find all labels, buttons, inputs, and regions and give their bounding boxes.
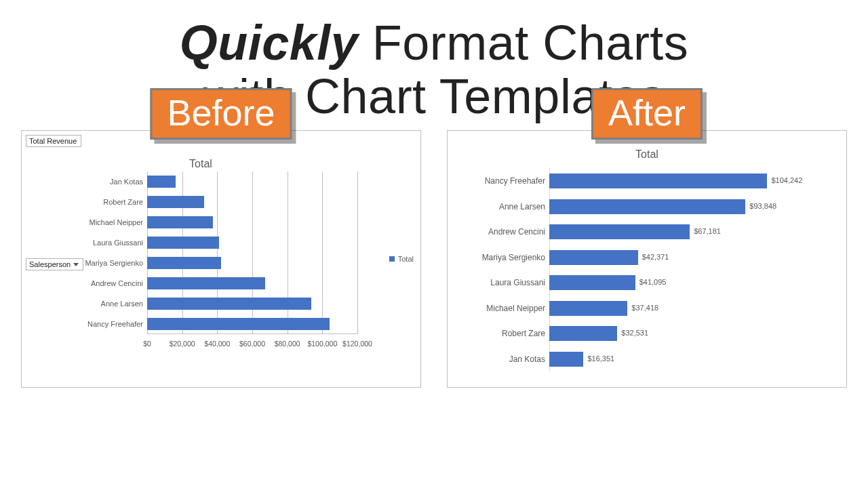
after-category-label: Robert Zare — [450, 329, 545, 338]
before-gridline — [217, 171, 218, 334]
before-panel: Before Total Revenue Salesperson Total T… — [21, 130, 421, 388]
page-title: Quickly Format Charts with Chart Templat… — [0, 16, 868, 123]
before-badge: Before — [150, 88, 292, 140]
after-plot-area: Nancy Freehafer$104,242Anne Larsen$93,84… — [549, 168, 800, 371]
after-bar — [549, 250, 638, 265]
before-bar — [147, 196, 204, 208]
before-category-label: Nancy Freehafer — [35, 320, 143, 328]
after-bar — [549, 326, 617, 341]
after-category-label: Nancy Freehafer — [450, 176, 545, 186]
before-chart-title: Total — [22, 158, 380, 170]
after-category-label: Laura Giussani — [450, 278, 545, 287]
after-bar — [549, 275, 635, 290]
after-panel: After Total Nancy Freehafer$104,242Anne … — [447, 130, 847, 388]
before-gridline — [357, 171, 358, 334]
after-bar — [549, 199, 745, 214]
before-plot-area: $0$20,000$40,000$60,000$80,000$100,000$1… — [147, 171, 357, 348]
after-category-label: Mariya Sergienko — [450, 253, 545, 262]
after-chart-title: Total — [448, 148, 846, 161]
title-emphasis: Quickly — [180, 16, 359, 70]
before-x-tick-label: $80,000 — [275, 340, 300, 348]
title-rest-1: Format Charts — [358, 16, 688, 70]
after-data-label: $67,181 — [694, 227, 721, 235]
after-bar — [549, 352, 583, 367]
before-bar — [147, 318, 330, 330]
before-gridline — [322, 171, 323, 334]
after-badge: After — [591, 88, 703, 140]
before-category-label: Laura Giussani — [35, 239, 143, 247]
before-gridline — [252, 171, 253, 334]
after-data-label: $93,848 — [749, 202, 776, 210]
before-bar — [147, 237, 219, 249]
before-legend: Total — [389, 255, 414, 263]
pivot-value-field-button[interactable]: Total Revenue — [26, 135, 81, 147]
before-bar — [147, 298, 311, 310]
after-bar — [549, 224, 690, 239]
before-bar — [147, 277, 265, 289]
legend-label: Total — [398, 255, 414, 263]
before-chart: Total Revenue Salesperson Total Total $0… — [21, 130, 421, 388]
before-category-label: Robert Zare — [35, 198, 143, 206]
before-bar — [147, 176, 176, 188]
before-category-label: Jan Kotas — [35, 178, 143, 186]
before-category-label: Anne Larsen — [35, 300, 143, 308]
after-data-label: $42,371 — [642, 253, 669, 261]
after-data-label: $41,095 — [639, 278, 667, 286]
after-category-label: Anne Larsen — [450, 202, 545, 211]
before-category-label: Mariya Sergienko — [35, 259, 143, 267]
pivot-value-field-label: Total Revenue — [29, 137, 77, 145]
before-x-tick-label: $0 — [143, 340, 151, 348]
before-gridline — [288, 171, 288, 334]
after-bar — [549, 301, 627, 316]
before-x-tick-label: $20,000 — [170, 340, 195, 348]
after-data-label: $37,418 — [631, 304, 658, 312]
after-chart: Total Nancy Freehafer$104,242Anne Larsen… — [447, 130, 847, 388]
after-category-label: Jan Kotas — [450, 354, 545, 364]
after-category-label: Andrew Cencini — [450, 227, 545, 237]
before-x-tick-label: $100,000 — [307, 340, 337, 348]
legend-swatch — [389, 256, 395, 262]
before-x-tick-label: $120,000 — [342, 340, 372, 348]
before-category-label: Michael Neipper — [35, 218, 143, 226]
after-data-label: $16,351 — [587, 354, 614, 363]
before-bar — [147, 257, 221, 269]
before-bar — [147, 216, 213, 228]
after-data-label: $104,242 — [771, 176, 802, 184]
after-category-label: Michael Neipper — [450, 304, 545, 313]
before-x-tick-label: $60,000 — [239, 340, 265, 348]
before-x-tick-label: $40,000 — [204, 340, 230, 348]
after-data-label: $32,531 — [621, 329, 648, 337]
before-category-label: Andrew Cencini — [35, 279, 143, 287]
after-bar — [549, 174, 767, 188]
